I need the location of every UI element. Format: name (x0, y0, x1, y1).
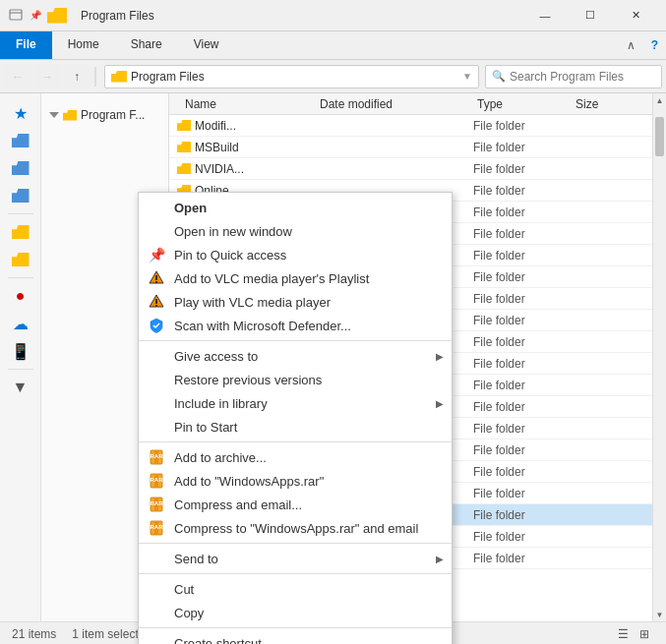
column-name[interactable]: Name (185, 97, 320, 111)
ctx-restore-versions[interactable]: Restore previous versions (139, 368, 452, 391)
svg-rect-7 (155, 305, 157, 307)
sidebar-separator-3 (8, 369, 33, 370)
ctx-defender-icon (147, 316, 166, 335)
scroll-down-arrow[interactable]: ▼ (653, 608, 666, 621)
table-row[interactable]: MSBuildFile folder (169, 137, 652, 158)
search-bar[interactable]: 🔍 (485, 65, 662, 88)
sidebar-folder-blue3[interactable] (6, 184, 35, 207)
table-row[interactable]: NVIDIA...File folder (169, 158, 652, 180)
ctx-create-shortcut[interactable]: Create shortcut (139, 631, 452, 644)
ctx-compress-winrar-email[interactable]: RAR Compress to "WindowsApps.rar" and em… (139, 516, 452, 540)
ctx-send-to-label: Send to (174, 552, 218, 566)
ctx-cut[interactable]: Cut (139, 577, 452, 601)
view-details-button[interactable]: ☰ (613, 624, 633, 644)
ctx-library-label: Include in library (174, 396, 268, 411)
ribbon-collapse-button[interactable]: ∧ (619, 31, 643, 59)
tab-view[interactable]: View (178, 31, 235, 59)
ctx-add-vlc-playlist[interactable]: Add to VLC media player's Playlist (139, 266, 452, 290)
ctx-pin-quick-label: Pin to Quick access (174, 248, 286, 263)
expand-icon (49, 112, 59, 118)
ctx-open[interactable]: Open (139, 196, 452, 219)
svg-text:RAR: RAR (151, 477, 164, 483)
ctx-copy-label: Copy (174, 606, 204, 620)
ctx-vlc-playlist-label: Add to VLC media player's Playlist (174, 271, 369, 286)
sidebar-bottom-icon[interactable]: ▼ (6, 376, 35, 399)
sidebar-folder-blue[interactable] (6, 129, 35, 152)
ctx-give-access-arrow: ▶ (436, 351, 444, 362)
ctx-restore-icon (147, 370, 166, 389)
ctx-new-window-icon (147, 221, 166, 241)
sidebar-red-icon[interactable]: ● (6, 284, 35, 308)
search-input[interactable] (510, 70, 655, 84)
ctx-send-to[interactable]: Send to ▶ (139, 547, 452, 570)
view-large-icons-button[interactable]: ⊞ (635, 624, 654, 644)
context-menu: Open Open in new window 📌 Pin to Quick a… (138, 192, 453, 644)
ctx-shortcut-icon (147, 633, 166, 644)
tab-home[interactable]: Home (52, 31, 115, 59)
sidebar-folder-blue2[interactable] (6, 156, 35, 180)
ctx-pin-icon: 📌 (147, 245, 166, 264)
ctx-pin-start-label: Pin to Start (174, 420, 237, 435)
title-bar-icons: 📌 (8, 8, 73, 24)
scrollbar-right[interactable]: ▲ ▼ (652, 93, 666, 621)
ctx-open-label: Open (174, 201, 207, 215)
sidebar-onedrive-icon[interactable]: ☁ (6, 312, 35, 335)
ctx-separator-2 (139, 441, 452, 442)
ctx-vlc-play-icon (147, 292, 166, 312)
ctx-archive-label: Add to archive... (174, 450, 267, 465)
ctx-add-archive[interactable]: RAR Add to archive... (139, 445, 452, 469)
ctx-library-icon (147, 393, 166, 413)
window-title: Program Files (81, 9, 522, 23)
sidebar-folder-yellow[interactable] (6, 220, 35, 244)
sidebar-device-icon[interactable]: 📱 (6, 339, 35, 363)
ctx-include-library[interactable]: Include in library ▶ (139, 391, 452, 415)
tab-file[interactable]: File (0, 31, 52, 59)
tab-share[interactable]: Share (115, 31, 178, 59)
ctx-pin-quick-access[interactable]: 📌 Pin to Quick access (139, 243, 452, 266)
ribbon-tabs: File Home Share View ∧ ? (0, 31, 666, 59)
ctx-scan-defender[interactable]: Scan with Microsoft Defender... (139, 314, 452, 337)
back-button[interactable]: ← (4, 64, 31, 89)
scroll-up-arrow[interactable]: ▲ (653, 93, 666, 107)
ctx-give-access[interactable]: Give access to ▶ (139, 344, 452, 368)
ctx-open-new-window[interactable]: Open in new window (139, 219, 452, 243)
ctx-compress-icon: RAR (147, 495, 166, 514)
column-date[interactable]: Date modified (320, 97, 477, 111)
column-size[interactable]: Size (575, 97, 644, 111)
toolbar-separator (94, 67, 96, 87)
ctx-pin-start[interactable]: Pin to Start (139, 415, 452, 439)
ctx-restore-label: Restore previous versions (174, 373, 322, 387)
nav-item-program-files[interactable]: Program F... (41, 103, 168, 127)
nav-folder-icon (63, 110, 77, 121)
ctx-compress-winrar-icon: RAR (147, 518, 166, 538)
ctx-cut-label: Cut (174, 582, 194, 597)
address-folder-icon (111, 71, 127, 83)
ctx-play-vlc[interactable]: Play with VLC media player (139, 290, 452, 314)
window-controls[interactable]: — ☐ ✕ (522, 0, 658, 31)
sidebar-star-icon[interactable]: ★ (6, 101, 35, 125)
search-icon: 🔍 (492, 70, 506, 83)
ctx-play-vlc-label: Play with VLC media player (174, 295, 331, 310)
maximize-button[interactable]: ☐ (568, 0, 613, 31)
ctx-copy[interactable]: Copy (139, 601, 452, 624)
column-type[interactable]: Type (477, 97, 575, 111)
svg-rect-3 (155, 275, 157, 280)
ctx-compress-label: Compress and email... (174, 498, 302, 512)
forward-button[interactable]: → (33, 64, 61, 89)
ctx-winrar-icon: RAR (147, 471, 166, 491)
address-text: Program Files (131, 70, 205, 84)
ctx-separator-1 (139, 340, 452, 341)
sidebar-folder-yellow2[interactable] (6, 248, 35, 271)
close-button[interactable]: ✕ (613, 0, 658, 31)
address-bar[interactable]: Program Files ▼ (104, 65, 479, 88)
scroll-track[interactable] (653, 107, 666, 608)
scroll-thumb[interactable] (655, 117, 664, 156)
ctx-give-access-icon (147, 346, 166, 366)
help-button[interactable]: ? (643, 31, 666, 59)
ctx-compress-email[interactable]: RAR Compress and email... (139, 493, 452, 516)
table-row[interactable]: Modifi...File folder (169, 115, 652, 137)
up-button[interactable]: ↑ (63, 64, 91, 89)
ctx-add-winrar[interactable]: RAR Add to "WindowsApps.rar" (139, 469, 452, 493)
svg-text:RAR: RAR (151, 453, 164, 459)
minimize-button[interactable]: — (522, 0, 568, 31)
